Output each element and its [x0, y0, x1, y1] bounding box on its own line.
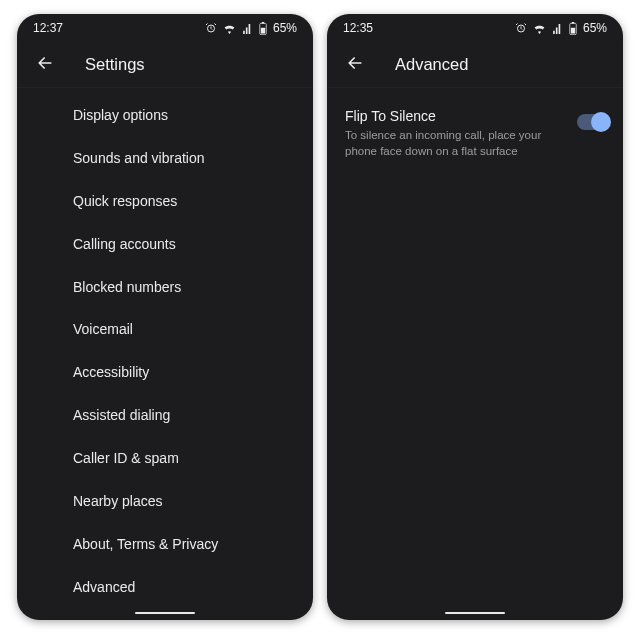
- battery-icon: [259, 22, 267, 35]
- battery-percent: 65%: [273, 21, 297, 35]
- signal-icon: [552, 23, 563, 34]
- app-bar: Advanced: [327, 42, 623, 88]
- list-item-display-options[interactable]: Display options: [17, 94, 313, 137]
- list-item-caller-id-spam[interactable]: Caller ID & spam: [17, 437, 313, 480]
- alarm-icon: [515, 22, 527, 34]
- svg-rect-6: [572, 22, 575, 23]
- toggle-switch[interactable]: [577, 114, 609, 130]
- phone-settings: 12:37 65% Settings Display options: [17, 14, 313, 620]
- list-item-quick-responses[interactable]: Quick responses: [17, 180, 313, 223]
- svg-rect-3: [261, 27, 265, 33]
- list-item-assisted-dialing[interactable]: Assisted dialing: [17, 394, 313, 437]
- list-item-blocked-numbers[interactable]: Blocked numbers: [17, 266, 313, 309]
- svg-rect-7: [571, 27, 575, 33]
- home-indicator[interactable]: [445, 612, 505, 615]
- status-icons: 65%: [205, 21, 297, 35]
- wifi-icon: [533, 23, 546, 34]
- settings-list: Display options Sounds and vibration Qui…: [17, 88, 313, 620]
- list-item-accessibility[interactable]: Accessibility: [17, 351, 313, 394]
- list-item-sounds-vibration[interactable]: Sounds and vibration: [17, 137, 313, 180]
- setting-description: To silence an incoming call, place your …: [345, 128, 545, 159]
- advanced-list: Flip To Silence To silence an incoming c…: [327, 88, 623, 620]
- app-bar: Settings: [17, 42, 313, 88]
- status-bar: 12:37 65%: [17, 14, 313, 42]
- list-item-voicemail[interactable]: Voicemail: [17, 308, 313, 351]
- arrow-left-icon: [345, 53, 365, 77]
- back-button[interactable]: [337, 47, 373, 83]
- home-indicator[interactable]: [135, 612, 195, 615]
- status-icons: 65%: [515, 21, 607, 35]
- phone-advanced: 12:35 65% Advanced Fl: [327, 14, 623, 620]
- svg-rect-2: [262, 22, 265, 23]
- wifi-icon: [223, 23, 236, 34]
- list-item-nearby-places[interactable]: Nearby places: [17, 480, 313, 523]
- page-title: Advanced: [395, 55, 468, 74]
- signal-icon: [242, 23, 253, 34]
- alarm-icon: [205, 22, 217, 34]
- setting-flip-to-silence[interactable]: Flip To Silence To silence an incoming c…: [327, 94, 623, 173]
- battery-percent: 65%: [583, 21, 607, 35]
- status-time: 12:37: [33, 21, 63, 35]
- page-title: Settings: [85, 55, 145, 74]
- back-button[interactable]: [27, 47, 63, 83]
- status-bar: 12:35 65%: [327, 14, 623, 42]
- arrow-left-icon: [35, 53, 55, 77]
- list-item-calling-accounts[interactable]: Calling accounts: [17, 223, 313, 266]
- setting-text: Flip To Silence To silence an incoming c…: [345, 108, 567, 159]
- status-time: 12:35: [343, 21, 373, 35]
- battery-icon: [569, 22, 577, 35]
- list-item-advanced[interactable]: Advanced: [17, 566, 313, 609]
- setting-title: Flip To Silence: [345, 108, 567, 124]
- toggle-knob: [591, 112, 611, 132]
- list-item-about-terms-privacy[interactable]: About, Terms & Privacy: [17, 523, 313, 566]
